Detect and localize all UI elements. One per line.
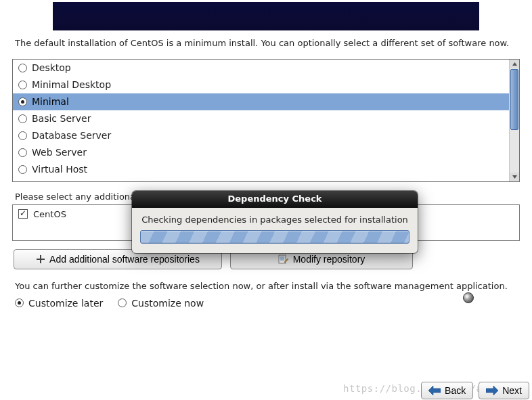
radio-icon bbox=[18, 148, 27, 157]
scroll-down-button[interactable] bbox=[510, 173, 519, 181]
option-virtual-host[interactable]: Virtual Host bbox=[13, 161, 509, 178]
header-banner bbox=[53, 2, 479, 30]
dialog-title: Dependency Check bbox=[132, 191, 418, 208]
option-label: Database Server bbox=[32, 129, 111, 143]
customize-later-radio[interactable]: Customize later bbox=[15, 298, 103, 309]
option-label: Web Server bbox=[32, 146, 87, 160]
customize-later-label: Customize later bbox=[28, 298, 103, 309]
option-label: Desktop bbox=[32, 61, 71, 75]
repo-label: CentOS bbox=[33, 209, 66, 219]
arrow-left-icon bbox=[428, 386, 441, 395]
add-repo-label: Add additional software repositories bbox=[49, 254, 200, 265]
modify-repo-label: Modify repository bbox=[293, 254, 365, 265]
scrollbar-track[interactable] bbox=[510, 131, 519, 173]
software-set-options[interactable]: Desktop Minimal Desktop Minimal Basic Se… bbox=[13, 60, 509, 181]
customize-now-radio[interactable]: Customize now bbox=[118, 298, 204, 309]
next-label: Next bbox=[502, 385, 522, 396]
software-set-list: Desktop Minimal Desktop Minimal Basic Se… bbox=[12, 59, 520, 182]
option-database-server[interactable]: Database Server bbox=[13, 127, 509, 144]
radio-icon bbox=[18, 114, 27, 123]
arrow-right-icon bbox=[486, 386, 498, 395]
dialog-body: Checking dependencies in packages select… bbox=[132, 208, 418, 253]
customize-text: You can further customize the software s… bbox=[0, 277, 532, 296]
scrollbar-thumb[interactable] bbox=[510, 69, 518, 130]
list-scrollbar[interactable] bbox=[509, 60, 519, 181]
nav-buttons: Back Next bbox=[421, 382, 529, 399]
option-minimal[interactable]: Minimal bbox=[13, 93, 509, 110]
dependency-progress-bar bbox=[140, 230, 409, 244]
back-label: Back bbox=[445, 385, 466, 396]
repo-checkbox[interactable] bbox=[18, 209, 28, 219]
installer-window: The default installation of CentOS is a … bbox=[0, 2, 532, 400]
back-button[interactable]: Back bbox=[421, 382, 473, 399]
radio-icon bbox=[18, 165, 27, 174]
option-label: Basic Server bbox=[32, 112, 91, 126]
option-minimal-desktop[interactable]: Minimal Desktop bbox=[13, 76, 509, 93]
radio-icon bbox=[15, 298, 24, 307]
next-button[interactable]: Next bbox=[479, 382, 529, 399]
intro-text: The default installation of CentOS is a … bbox=[0, 37, 532, 55]
option-label: Software Development bbox=[32, 179, 140, 181]
option-label: Minimal bbox=[32, 95, 69, 109]
scroll-up-button[interactable] bbox=[510, 60, 519, 68]
pencil-icon bbox=[278, 254, 289, 265]
option-web-server[interactable]: Web Server bbox=[13, 144, 509, 161]
option-label: Virtual Host bbox=[32, 162, 87, 177]
radio-icon bbox=[18, 97, 27, 106]
option-basic-server[interactable]: Basic Server bbox=[13, 110, 509, 127]
customize-description: You can further customize the software s… bbox=[15, 281, 508, 291]
radio-icon bbox=[18, 131, 27, 140]
radio-icon bbox=[18, 64, 27, 72]
customize-now-label: Customize now bbox=[131, 298, 204, 309]
option-label: Minimal Desktop bbox=[32, 78, 111, 92]
radio-icon bbox=[118, 298, 127, 307]
radio-icon bbox=[18, 81, 27, 89]
chevron-up-icon bbox=[512, 62, 517, 66]
customize-radio-group: Customize later Customize now bbox=[0, 296, 532, 314]
plus-icon bbox=[36, 254, 45, 264]
chevron-down-icon bbox=[512, 175, 517, 179]
option-software-development[interactable]: Software Development bbox=[13, 178, 509, 181]
option-desktop[interactable]: Desktop bbox=[13, 60, 509, 76]
dependency-check-dialog: Dependency Check Checking dependencies i… bbox=[132, 191, 418, 253]
busy-spinner-icon bbox=[463, 292, 474, 303]
dialog-message: Checking dependencies in packages select… bbox=[140, 215, 409, 225]
